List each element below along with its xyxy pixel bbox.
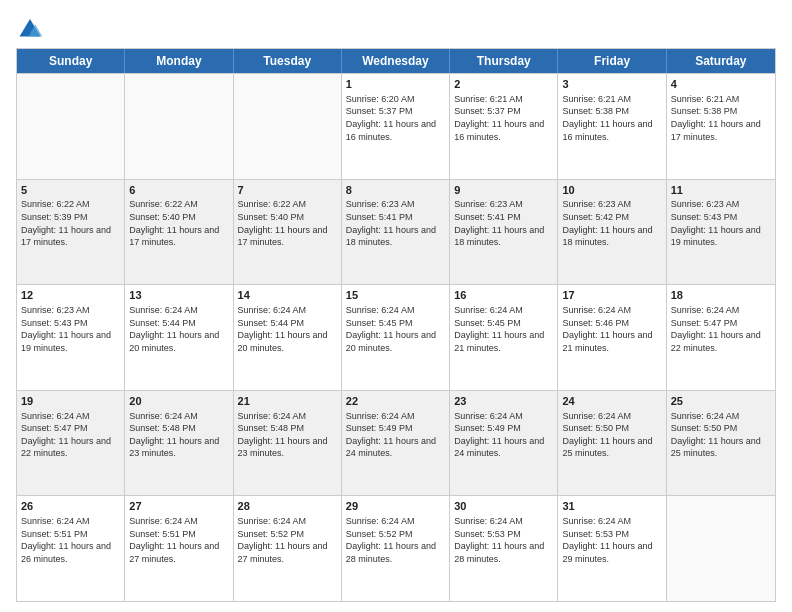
day-number: 26	[21, 499, 120, 514]
calendar-cell: 23Sunrise: 6:24 AM Sunset: 5:49 PM Dayli…	[450, 391, 558, 496]
calendar-header: SundayMondayTuesdayWednesdayThursdayFrid…	[17, 49, 775, 73]
day-number: 8	[346, 183, 445, 198]
calendar-cell: 12Sunrise: 6:23 AM Sunset: 5:43 PM Dayli…	[17, 285, 125, 390]
calendar-cell: 29Sunrise: 6:24 AM Sunset: 5:52 PM Dayli…	[342, 496, 450, 601]
header-day-saturday: Saturday	[667, 49, 775, 73]
day-number: 4	[671, 77, 771, 92]
day-number: 27	[129, 499, 228, 514]
cell-info: Sunrise: 6:24 AM Sunset: 5:51 PM Dayligh…	[129, 515, 228, 565]
cell-info: Sunrise: 6:24 AM Sunset: 5:51 PM Dayligh…	[21, 515, 120, 565]
cell-info: Sunrise: 6:24 AM Sunset: 5:45 PM Dayligh…	[454, 304, 553, 354]
cell-info: Sunrise: 6:24 AM Sunset: 5:50 PM Dayligh…	[671, 410, 771, 460]
calendar-cell: 9Sunrise: 6:23 AM Sunset: 5:41 PM Daylig…	[450, 180, 558, 285]
day-number: 18	[671, 288, 771, 303]
cell-info: Sunrise: 6:24 AM Sunset: 5:48 PM Dayligh…	[238, 410, 337, 460]
calendar-cell: 27Sunrise: 6:24 AM Sunset: 5:51 PM Dayli…	[125, 496, 233, 601]
calendar-cell: 10Sunrise: 6:23 AM Sunset: 5:42 PM Dayli…	[558, 180, 666, 285]
day-number: 14	[238, 288, 337, 303]
day-number: 10	[562, 183, 661, 198]
cell-info: Sunrise: 6:24 AM Sunset: 5:44 PM Dayligh…	[129, 304, 228, 354]
page: SundayMondayTuesdayWednesdayThursdayFrid…	[0, 0, 792, 612]
cell-info: Sunrise: 6:24 AM Sunset: 5:50 PM Dayligh…	[562, 410, 661, 460]
calendar-week-1: 1Sunrise: 6:20 AM Sunset: 5:37 PM Daylig…	[17, 73, 775, 179]
cell-info: Sunrise: 6:21 AM Sunset: 5:38 PM Dayligh…	[562, 93, 661, 143]
header-day-monday: Monday	[125, 49, 233, 73]
cell-info: Sunrise: 6:23 AM Sunset: 5:42 PM Dayligh…	[562, 198, 661, 248]
header-day-tuesday: Tuesday	[234, 49, 342, 73]
cell-info: Sunrise: 6:24 AM Sunset: 5:48 PM Dayligh…	[129, 410, 228, 460]
day-number: 9	[454, 183, 553, 198]
cell-info: Sunrise: 6:22 AM Sunset: 5:40 PM Dayligh…	[238, 198, 337, 248]
day-number: 16	[454, 288, 553, 303]
calendar-cell: 11Sunrise: 6:23 AM Sunset: 5:43 PM Dayli…	[667, 180, 775, 285]
day-number: 6	[129, 183, 228, 198]
cell-info: Sunrise: 6:24 AM Sunset: 5:46 PM Dayligh…	[562, 304, 661, 354]
calendar-cell: 28Sunrise: 6:24 AM Sunset: 5:52 PM Dayli…	[234, 496, 342, 601]
day-number: 7	[238, 183, 337, 198]
cell-info: Sunrise: 6:24 AM Sunset: 5:49 PM Dayligh…	[454, 410, 553, 460]
cell-info: Sunrise: 6:24 AM Sunset: 5:52 PM Dayligh…	[238, 515, 337, 565]
cell-info: Sunrise: 6:22 AM Sunset: 5:40 PM Dayligh…	[129, 198, 228, 248]
cell-info: Sunrise: 6:23 AM Sunset: 5:41 PM Dayligh…	[346, 198, 445, 248]
day-number: 31	[562, 499, 661, 514]
header-day-wednesday: Wednesday	[342, 49, 450, 73]
day-number: 30	[454, 499, 553, 514]
cell-info: Sunrise: 6:21 AM Sunset: 5:38 PM Dayligh…	[671, 93, 771, 143]
calendar-cell: 24Sunrise: 6:24 AM Sunset: 5:50 PM Dayli…	[558, 391, 666, 496]
calendar-cell: 22Sunrise: 6:24 AM Sunset: 5:49 PM Dayli…	[342, 391, 450, 496]
cell-info: Sunrise: 6:21 AM Sunset: 5:37 PM Dayligh…	[454, 93, 553, 143]
cell-info: Sunrise: 6:24 AM Sunset: 5:52 PM Dayligh…	[346, 515, 445, 565]
calendar-cell: 26Sunrise: 6:24 AM Sunset: 5:51 PM Dayli…	[17, 496, 125, 601]
day-number: 15	[346, 288, 445, 303]
calendar-cell: 1Sunrise: 6:20 AM Sunset: 5:37 PM Daylig…	[342, 74, 450, 179]
calendar-cell: 31Sunrise: 6:24 AM Sunset: 5:53 PM Dayli…	[558, 496, 666, 601]
day-number: 5	[21, 183, 120, 198]
cell-info: Sunrise: 6:24 AM Sunset: 5:47 PM Dayligh…	[671, 304, 771, 354]
cell-info: Sunrise: 6:23 AM Sunset: 5:43 PM Dayligh…	[671, 198, 771, 248]
calendar-cell: 13Sunrise: 6:24 AM Sunset: 5:44 PM Dayli…	[125, 285, 233, 390]
day-number: 19	[21, 394, 120, 409]
cell-info: Sunrise: 6:24 AM Sunset: 5:53 PM Dayligh…	[562, 515, 661, 565]
day-number: 1	[346, 77, 445, 92]
calendar-cell: 7Sunrise: 6:22 AM Sunset: 5:40 PM Daylig…	[234, 180, 342, 285]
logo-icon	[16, 12, 44, 40]
header-day-friday: Friday	[558, 49, 666, 73]
calendar-cell: 14Sunrise: 6:24 AM Sunset: 5:44 PM Dayli…	[234, 285, 342, 390]
calendar-week-4: 19Sunrise: 6:24 AM Sunset: 5:47 PM Dayli…	[17, 390, 775, 496]
calendar-cell: 25Sunrise: 6:24 AM Sunset: 5:50 PM Dayli…	[667, 391, 775, 496]
calendar-cell: 16Sunrise: 6:24 AM Sunset: 5:45 PM Dayli…	[450, 285, 558, 390]
calendar-cell: 21Sunrise: 6:24 AM Sunset: 5:48 PM Dayli…	[234, 391, 342, 496]
day-number: 29	[346, 499, 445, 514]
day-number: 21	[238, 394, 337, 409]
day-number: 23	[454, 394, 553, 409]
cell-info: Sunrise: 6:23 AM Sunset: 5:41 PM Dayligh…	[454, 198, 553, 248]
day-number: 3	[562, 77, 661, 92]
day-number: 22	[346, 394, 445, 409]
cell-info: Sunrise: 6:23 AM Sunset: 5:43 PM Dayligh…	[21, 304, 120, 354]
header	[16, 12, 776, 40]
day-number: 11	[671, 183, 771, 198]
day-number: 2	[454, 77, 553, 92]
day-number: 24	[562, 394, 661, 409]
header-day-sunday: Sunday	[17, 49, 125, 73]
calendar-cell	[234, 74, 342, 179]
calendar-week-5: 26Sunrise: 6:24 AM Sunset: 5:51 PM Dayli…	[17, 495, 775, 601]
calendar-cell: 18Sunrise: 6:24 AM Sunset: 5:47 PM Dayli…	[667, 285, 775, 390]
calendar-cell: 3Sunrise: 6:21 AM Sunset: 5:38 PM Daylig…	[558, 74, 666, 179]
calendar-cell: 17Sunrise: 6:24 AM Sunset: 5:46 PM Dayli…	[558, 285, 666, 390]
calendar-body: 1Sunrise: 6:20 AM Sunset: 5:37 PM Daylig…	[17, 73, 775, 601]
cell-info: Sunrise: 6:24 AM Sunset: 5:49 PM Dayligh…	[346, 410, 445, 460]
header-day-thursday: Thursday	[450, 49, 558, 73]
cell-info: Sunrise: 6:24 AM Sunset: 5:53 PM Dayligh…	[454, 515, 553, 565]
day-number: 25	[671, 394, 771, 409]
calendar-cell: 20Sunrise: 6:24 AM Sunset: 5:48 PM Dayli…	[125, 391, 233, 496]
cell-info: Sunrise: 6:24 AM Sunset: 5:45 PM Dayligh…	[346, 304, 445, 354]
calendar-cell	[125, 74, 233, 179]
calendar-cell	[667, 496, 775, 601]
cell-info: Sunrise: 6:20 AM Sunset: 5:37 PM Dayligh…	[346, 93, 445, 143]
day-number: 17	[562, 288, 661, 303]
calendar-cell: 19Sunrise: 6:24 AM Sunset: 5:47 PM Dayli…	[17, 391, 125, 496]
calendar: SundayMondayTuesdayWednesdayThursdayFrid…	[16, 48, 776, 602]
day-number: 28	[238, 499, 337, 514]
logo	[16, 12, 48, 40]
